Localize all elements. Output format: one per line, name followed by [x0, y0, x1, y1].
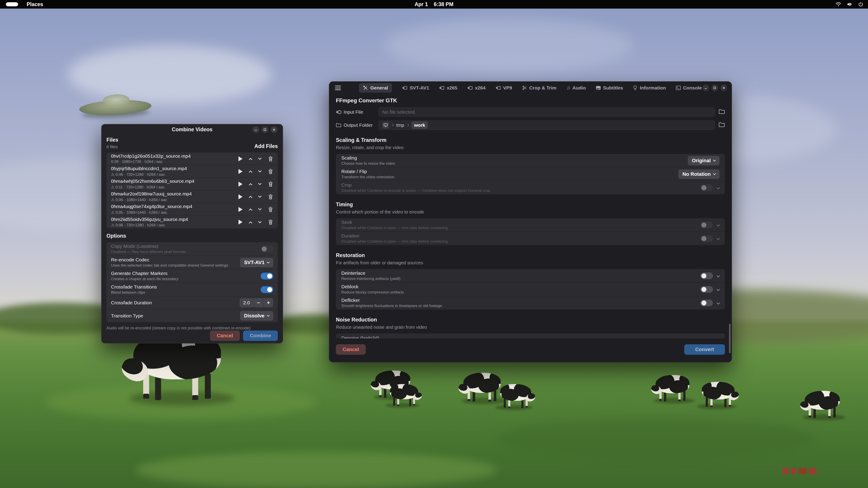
copy-mode-toggle [260, 246, 273, 252]
play-icon[interactable] [239, 194, 243, 199]
play-icon[interactable] [239, 169, 243, 174]
scaling-dropdown[interactable]: Original [688, 156, 719, 165]
deblock-toggle[interactable] [700, 286, 713, 293]
play-icon[interactable] [239, 156, 243, 161]
clock[interactable]: Apr 1 6:38 PM [414, 1, 454, 7]
combine-videos-window: Combine Videos Files 6 files Add Files 0… [101, 124, 283, 344]
wifi-icon[interactable] [835, 2, 841, 7]
tools-icon [363, 86, 368, 90]
close-icon[interactable] [271, 126, 277, 133]
activities-indicator[interactable] [6, 2, 18, 6]
tab-x265[interactable]: x265 [439, 85, 457, 91]
file-row: 0hma4ur2oxf198nw7uuuj_source.mp4 ⚠ 0:06 … [106, 191, 278, 203]
deflicker-toggle[interactable] [700, 300, 713, 306]
close-icon[interactable] [720, 85, 727, 91]
codec-dropdown[interactable]: SVT-AV1 [240, 258, 273, 267]
trash-icon[interactable] [268, 168, 273, 174]
move-down-icon[interactable] [258, 194, 262, 198]
breadcrumb-work[interactable]: work [411, 121, 428, 129]
tab-vp9[interactable]: VP9 [495, 85, 512, 91]
file-name: 0hma4whj05r2hxm6u6b63_source.mp4 [111, 178, 239, 184]
cancel-button[interactable]: Cancel [210, 330, 240, 341]
increment-button[interactable]: + [264, 298, 273, 307]
maximize-button[interactable] [261, 126, 268, 133]
move-up-icon[interactable] [249, 221, 252, 225]
expand-icon[interactable] [717, 237, 720, 240]
move-up-icon[interactable] [249, 170, 252, 174]
move-down-icon[interactable] [258, 207, 262, 210]
trash-icon[interactable] [268, 156, 273, 162]
scrollbar-thumb[interactable] [729, 324, 731, 353]
file-row: 0hma4uqg0se74xg4p3tur_source.mp4 ⚠ 0:05 … [106, 203, 278, 216]
tab-subtitles[interactable]: Subtitles [596, 85, 623, 91]
tab-general[interactable]: General [359, 83, 392, 93]
section-subtitle: Fix artifacts from older or damaged sour… [336, 260, 725, 265]
computer-icon[interactable] [382, 122, 389, 129]
combine-button[interactable]: Combine [243, 330, 278, 341]
tab-crop-trim[interactable]: Crop & Trim [522, 85, 557, 91]
rotation-dropdown[interactable]: No Rotation [678, 169, 719, 179]
expand-icon[interactable] [717, 186, 720, 190]
trash-icon[interactable] [268, 194, 273, 200]
move-down-icon[interactable] [258, 220, 262, 223]
add-files-button[interactable]: Add Files [254, 143, 278, 149]
output-folder-row: Output Folder tmp work [329, 121, 732, 130]
move-down-icon[interactable] [258, 169, 262, 173]
tab-audio[interactable]: ♫ Audio [566, 85, 586, 91]
play-icon[interactable] [239, 220, 243, 225]
option-chapter-markers: Generate Chapter Markers Creates a chapt… [106, 269, 278, 283]
scaling-card: Scaling Choose how to resize the video O… [336, 154, 725, 194]
system-status-area[interactable] [835, 2, 864, 7]
minimize-button[interactable] [252, 126, 259, 133]
expand-icon[interactable] [717, 274, 720, 278]
move-up-icon[interactable] [249, 183, 252, 187]
console-icon [676, 86, 681, 90]
tab-information[interactable]: Information [633, 85, 666, 91]
file-name: 0hm2iid55oidv356pzjvu_source.mp4 [111, 217, 239, 222]
move-down-icon[interactable] [258, 182, 262, 185]
tab-console[interactable]: Console [676, 85, 702, 91]
trash-icon[interactable] [268, 181, 273, 187]
play-icon[interactable] [239, 182, 243, 187]
row-deinterlace: Deinterlace Remove interlacing artifacts… [336, 269, 725, 283]
minimize-button[interactable] [702, 85, 709, 91]
browse-file-icon[interactable] [719, 109, 725, 115]
tab-x264[interactable]: x264 [467, 85, 486, 91]
deinterlace-toggle[interactable] [700, 272, 713, 279]
files-count: 6 files [106, 144, 118, 149]
places-menu[interactable]: Places [27, 1, 43, 7]
crop-toggle [700, 184, 713, 191]
transition-dropdown[interactable]: Dissolve [240, 311, 274, 321]
browse-folder-icon[interactable] [719, 122, 725, 128]
breadcrumb-tmp[interactable]: tmp [396, 123, 404, 128]
crossfade-toggle[interactable] [260, 286, 273, 293]
input-file-field[interactable]: No file selected [378, 107, 715, 117]
play-icon[interactable] [239, 207, 243, 212]
move-up-icon[interactable] [249, 196, 252, 199]
duration-stepper[interactable]: 2.0 − + [240, 298, 273, 307]
trash-icon[interactable] [268, 219, 273, 225]
volume-icon[interactable] [847, 2, 852, 7]
combine-titlebar[interactable]: Combine Videos [106, 124, 278, 135]
chapter-markers-toggle[interactable] [260, 273, 273, 280]
power-icon[interactable] [858, 2, 864, 7]
decrement-button[interactable]: − [253, 298, 264, 307]
cancel-button[interactable]: Cancel [336, 344, 366, 355]
folder-icon [336, 123, 341, 128]
expand-icon[interactable] [717, 223, 720, 227]
chevron-down-icon [713, 172, 716, 175]
menu-icon[interactable] [335, 86, 341, 90]
top-menubar: Places Apr 1 6:38 PM [0, 0, 868, 8]
desktop: Places Apr 1 6:38 PM Combine Videos File… [0, 0, 868, 488]
convert-button[interactable]: Convert [684, 344, 725, 355]
move-up-icon[interactable] [249, 208, 252, 212]
maximize-button[interactable] [711, 85, 718, 91]
section-subtitle: Reduce unwanted noise and grain from vid… [336, 325, 725, 330]
trash-icon[interactable] [268, 206, 273, 213]
move-down-icon[interactable] [258, 156, 262, 160]
move-up-icon[interactable] [249, 158, 252, 162]
tab-svt-av1[interactable]: SVT-AV1 [402, 85, 429, 91]
expand-icon[interactable] [717, 301, 720, 305]
expand-icon[interactable] [717, 288, 720, 291]
ffmpeg-titlebar[interactable]: General SVT-AV1 x265 x264 VP9 [329, 82, 732, 94]
